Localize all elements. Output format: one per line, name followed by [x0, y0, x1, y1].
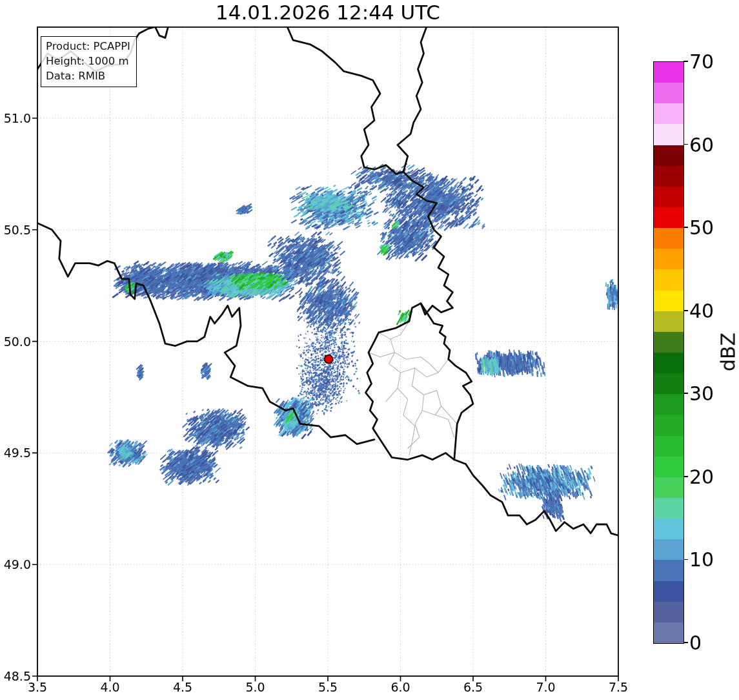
colorbar-tick-label: 20 [689, 465, 714, 488]
colorbar-tick-label: 70 [689, 50, 714, 73]
x-tick-label: 7.5 [609, 680, 628, 694]
y-tick-label: 48.5 [0, 669, 31, 683]
plot-title: 14.01.2026 12:44 UTC [37, 1, 618, 24]
colorbar-tick-label: 30 [689, 382, 714, 405]
info-box-line-product: Product: PCAPPI [46, 39, 130, 54]
colorbar-segment [654, 602, 683, 623]
colorbar-tick [683, 559, 688, 561]
x-tick-label: 6.0 [390, 680, 410, 694]
colorbar-segment [654, 145, 683, 166]
colorbar-segment [654, 311, 683, 332]
colorbar-tick [683, 310, 688, 311]
y-tick-label: 50.0 [0, 335, 31, 349]
radar-figure: 14.01.2026 12:44 UTC Product: PCAPPI Hei… [0, 0, 739, 700]
x-tick-label: 5.0 [245, 680, 265, 694]
colorbar-tick [683, 144, 688, 145]
colorbar-segment [654, 498, 683, 519]
colorbar-segment [654, 623, 683, 643]
x-tick-label: 5.5 [318, 680, 338, 694]
colorbar-segment [654, 249, 683, 269]
x-tick-label: 4.0 [100, 680, 119, 694]
colorbar-segment [654, 373, 683, 394]
colorbar-segment [654, 187, 683, 207]
colorbar-tick-label: 40 [689, 299, 714, 322]
info-box: Product: PCAPPI Height: 1000 m Data: RMI… [41, 36, 137, 87]
colorbar-tick-label: 50 [689, 216, 714, 239]
colorbar-segment [654, 539, 683, 560]
colorbar-segment [654, 291, 683, 311]
y-tick-label: 49.5 [0, 446, 31, 460]
colorbar-segment [654, 207, 683, 228]
colorbar [653, 61, 684, 644]
colorbar-segment [654, 581, 683, 602]
colorbar-segment [654, 353, 683, 373]
colorbar-tick-label: 60 [689, 133, 714, 156]
colorbar-segment [654, 269, 683, 290]
colorbar-segment [654, 415, 683, 435]
colorbar-segment [654, 62, 683, 83]
colorbar-tick [683, 642, 688, 643]
info-box-line-data: Data: RMIB [46, 68, 130, 83]
colorbar-tick-label: 0 [689, 632, 702, 654]
colorbar-tick [683, 61, 688, 62]
x-tick-label: 7.0 [536, 680, 555, 694]
colorbar-segment [654, 166, 683, 187]
colorbar-segment [654, 394, 683, 415]
y-tick-label: 51.0 [0, 111, 31, 125]
colorbar-segment [654, 103, 683, 124]
colorbar-segment [654, 83, 683, 103]
x-tick-label: 6.5 [463, 680, 483, 694]
y-tick-label: 50.5 [0, 223, 31, 237]
colorbar-tick-label: 10 [689, 548, 714, 571]
info-box-line-height: Height: 1000 m [46, 54, 130, 68]
y-tick-label: 49.0 [0, 557, 31, 571]
colorbar-segment [654, 477, 683, 498]
colorbar-segment [654, 457, 683, 477]
colorbar-tick [683, 476, 688, 477]
colorbar-segment [654, 436, 683, 457]
x-tick-label: 4.5 [173, 680, 192, 694]
colorbar-tick [683, 393, 688, 394]
colorbar-segment [654, 124, 683, 145]
colorbar-segment [654, 228, 683, 249]
colorbar-segment [654, 519, 683, 539]
radar-map-canvas [0, 0, 739, 700]
colorbar-axis-label: dBZ [717, 333, 739, 371]
colorbar-segment [654, 560, 683, 581]
colorbar-segment [654, 332, 683, 353]
colorbar-tick [683, 227, 688, 228]
